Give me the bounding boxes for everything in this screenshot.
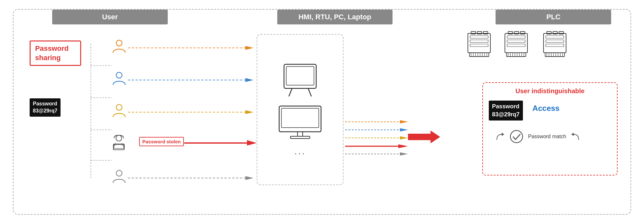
svg-point-8: [116, 170, 122, 176]
password-stolen-box: Password stolen: [139, 137, 184, 146]
svg-rect-30: [281, 108, 319, 128]
svg-marker-40: [398, 144, 408, 148]
svg-marker-16: [245, 46, 253, 50]
svg-rect-5: [114, 145, 124, 148]
main-diagram: User HMI, RTU, PC, Laptop PLC Password s…: [13, 9, 631, 215]
svg-marker-34: [400, 120, 408, 123]
checkmark-icon: [509, 130, 524, 144]
arrow-hmi-plc-red: [345, 143, 408, 149]
user-icon-2: [112, 71, 127, 86]
svg-point-1: [116, 72, 122, 78]
svg-marker-20: [245, 110, 253, 114]
arrow-user3-hmi: [128, 109, 253, 115]
svg-marker-36: [400, 128, 408, 131]
svg-marker-38: [400, 136, 408, 139]
svg-rect-59: [505, 33, 527, 53]
arrow-hmi-plc-blue: [345, 127, 408, 132]
svg-rect-29: [279, 106, 321, 132]
svg-rect-47: [469, 53, 489, 57]
svg-rect-75: [544, 33, 566, 53]
header-hmi: HMI, RTU, PC, Laptop: [277, 10, 393, 24]
password-box-right: Password 83@29rq7: [489, 101, 523, 121]
svg-point-2: [116, 104, 122, 110]
svg-marker-93: [571, 133, 574, 136]
svg-marker-24: [245, 176, 253, 180]
curved-arrow-right: [571, 132, 580, 141]
svg-rect-56: [470, 36, 488, 38]
indistinguishable-box: User indistinguishable Password 83@29rq7…: [482, 82, 618, 175]
arrow-user2-hmi: [128, 77, 253, 83]
monitor-icon: [278, 104, 323, 140]
arrow-hmi-plc-orange: [345, 119, 408, 124]
svg-line-28: [308, 88, 311, 96]
svg-line-27: [289, 88, 292, 96]
svg-point-92: [510, 130, 523, 143]
tablet-icon: [279, 63, 321, 98]
arrow-hmi-plc-gold: [345, 135, 408, 140]
svg-rect-74: [507, 44, 525, 47]
svg-point-0: [116, 40, 122, 46]
svg-rect-43: [468, 33, 490, 53]
svg-rect-63: [507, 53, 526, 57]
svg-marker-91: [502, 133, 504, 136]
arrow-hacker-hmi: [184, 139, 257, 148]
content-area: Password sharing Password 83@29rq7: [14, 24, 630, 214]
access-label: Access: [533, 104, 560, 113]
header-user: User: [52, 10, 168, 24]
password-box-left: Password 83@29rq7: [30, 98, 61, 117]
arrow-hmi-plc-gray: [345, 151, 408, 157]
dots-indicator: ...: [294, 146, 306, 157]
user-icon-5: [112, 169, 127, 184]
user-icon-1: [112, 39, 127, 54]
svg-rect-72: [507, 36, 525, 38]
svg-rect-31: [298, 132, 303, 136]
svg-rect-58: [470, 44, 488, 47]
svg-rect-89: [546, 40, 564, 42]
plc-icon-3: [539, 31, 571, 58]
svg-marker-42: [400, 152, 408, 156]
arrow-to-indist: [408, 129, 440, 145]
password-match-label: Password match: [528, 134, 566, 139]
plc-icon-1: [463, 31, 495, 58]
svg-marker-18: [245, 78, 253, 82]
svg-rect-79: [545, 53, 564, 57]
svg-point-3: [116, 135, 122, 141]
hmi-devices-box: ...: [257, 34, 344, 185]
curved-arrow-left: [495, 132, 505, 141]
svg-marker-22: [247, 140, 257, 146]
svg-rect-73: [507, 40, 525, 42]
header-plc: PLC: [496, 10, 611, 24]
arrow-user5-hmi: [128, 175, 253, 181]
svg-rect-88: [546, 36, 564, 38]
svg-rect-32: [290, 136, 310, 139]
user-icon-3: [112, 103, 127, 118]
svg-rect-26: [286, 67, 314, 85]
trunk-lines: [88, 44, 113, 179]
arrow-user1-hmi: [128, 45, 253, 51]
svg-rect-90: [546, 44, 564, 47]
plc-icon-2: [500, 31, 532, 58]
column-headers: User HMI, RTU, PC, Laptop PLC: [14, 10, 630, 24]
password-sharing-label: Password sharing: [30, 40, 81, 66]
indistinguishable-title: User indistinguishable: [489, 87, 611, 95]
svg-rect-57: [470, 40, 488, 42]
svg-rect-25: [284, 64, 316, 88]
